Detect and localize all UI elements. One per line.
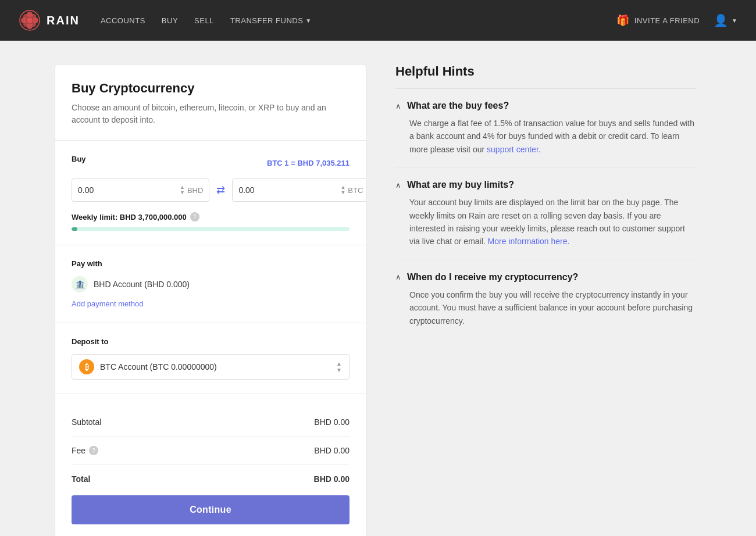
nav-links: ACCOUNTS BUY SELL TRANSFER FUNDS ▼ <box>101 16 312 25</box>
weekly-limit-row: Weekly limit: BHD 3,700,000.000 ? <box>72 212 350 221</box>
hint-item-3: ∧ When do I receive my cryptocurrency? O… <box>395 272 696 327</box>
amount-row: ▲ ▼ BHD ⇄ ▲ ▼ BTC <box>72 178 350 202</box>
pay-with-label: Pay with <box>72 259 350 268</box>
fee-row: Fee ? BHD 0.00 <box>72 437 350 465</box>
fee-value: BHD 0.00 <box>314 446 350 455</box>
exchange-rate: BTC 1 = BHD 7,035.211 <box>267 159 350 167</box>
weekly-limit-help-icon[interactable]: ? <box>190 212 199 221</box>
deposit-to-section: Deposit to ₿ BTC Account (BTC 0.00000000… <box>55 323 366 394</box>
subtotal-row: Subtotal BHD 0.00 <box>72 408 350 437</box>
payment-icon: 🏦 <box>72 276 88 292</box>
user-menu-button[interactable]: 👤 ▼ <box>714 13 737 27</box>
page-title: Buy Cryptocurrency <box>72 81 350 96</box>
user-icon: 👤 <box>714 13 728 27</box>
subtotal-label: Subtotal <box>72 417 101 427</box>
nav-transfer-funds[interactable]: TRANSFER FUNDS ▼ <box>230 16 312 25</box>
total-label: Total <box>72 474 90 484</box>
bank-icon: 🏦 <box>75 280 85 289</box>
deposit-to-label: Deposit to <box>72 337 350 346</box>
left-panel: Buy Cryptocurrency Choose an amount of b… <box>55 64 366 536</box>
fiat-currency-label: BHD <box>187 186 203 195</box>
rain-logo-icon <box>19 9 41 31</box>
weekly-limit-section: Weekly limit: BHD 3,700,000.000 ? <box>72 212 350 231</box>
buy-section: Buy BTC 1 = BHD 7,035.211 ▲ ▼ BHD ⇄ ▲ <box>55 141 366 245</box>
logo[interactable]: RAIN <box>19 9 80 31</box>
invite-label: INVITE A FRIEND <box>634 16 700 25</box>
logo-text: RAIN <box>47 14 80 27</box>
total-row: Total BHD 0.00 <box>72 465 350 493</box>
user-chevron-icon: ▼ <box>732 17 737 24</box>
nav-buy[interactable]: BUY <box>162 16 178 25</box>
hints-divider <box>395 88 696 89</box>
hint-question-row-1[interactable]: ∧ What are the buy fees? <box>395 101 696 111</box>
hint-divider-1 <box>395 167 696 168</box>
navbar: RAIN ACCOUNTS BUY SELL TRANSFER FUNDS ▼ … <box>0 0 756 41</box>
deposit-account-name: BTC Account (BTC 0.00000000) <box>100 362 217 371</box>
panel-header: Buy Cryptocurrency Choose an amount of b… <box>55 65 366 141</box>
hint-question-1: What are the buy fees? <box>407 101 509 111</box>
hint-chevron-2: ∧ <box>395 181 401 190</box>
total-value: BHD 0.00 <box>314 474 350 484</box>
weekly-limit-text: Weekly limit: BHD 3,700,000.000 <box>72 213 187 221</box>
progress-bar-fill <box>72 227 77 231</box>
fee-label: Fee ? <box>72 446 98 455</box>
payment-account-name: BHD Account (BHD 0.000) <box>94 280 190 289</box>
hint-answer-1: We charge a flat fee of 1.5% of transact… <box>409 117 696 156</box>
hint-answer-2: Your account buy limits are displayed on… <box>409 196 696 248</box>
hint-answer-3: Once you confirm the buy you will receiv… <box>409 288 696 327</box>
hint-item-1: ∧ What are the buy fees? We charge a fla… <box>395 101 696 156</box>
buy-header: Buy BTC 1 = BHD 7,035.211 <box>72 155 350 171</box>
hints-title: Helpful Hints <box>395 64 696 79</box>
hint-question-2: What are my buy limits? <box>407 180 514 190</box>
add-payment-method-link[interactable]: Add payment method <box>72 299 144 308</box>
hint-chevron-3: ∧ <box>395 273 401 281</box>
hint-item-2: ∧ What are my buy limits? Your account b… <box>395 180 696 248</box>
svg-point-9 <box>27 17 33 23</box>
progress-bar-background <box>72 227 350 231</box>
crypto-input-wrap[interactable]: ▲ ▼ BTC <box>232 178 366 202</box>
payment-method: 🏦 BHD Account (BHD 0.000) <box>72 276 350 292</box>
fee-help-icon[interactable]: ? <box>89 446 98 455</box>
chevron-down-icon: ▼ <box>305 17 311 24</box>
deposit-select-left: ₿ BTC Account (BTC 0.00000000) <box>79 359 217 374</box>
fiat-amount-input[interactable] <box>78 185 180 195</box>
subtotal-value: BHD 0.00 <box>314 417 350 427</box>
swap-icon[interactable]: ⇄ <box>216 184 225 196</box>
pay-with-section: Pay with 🏦 BHD Account (BHD 0.000) Add p… <box>55 245 366 323</box>
crypto-decrement[interactable]: ▼ <box>340 190 345 195</box>
deposit-select-arrows: ▲▼ <box>336 360 342 373</box>
nav-accounts[interactable]: ACCOUNTS <box>101 16 145 25</box>
buy-label: Buy <box>72 155 86 163</box>
fiat-spinner[interactable]: ▲ ▼ <box>180 185 185 195</box>
crypto-amount-input[interactable] <box>238 185 340 195</box>
crypto-currency-label: BTC <box>348 186 363 195</box>
main-container: Buy Cryptocurrency Choose an amount of b… <box>41 41 715 536</box>
hint-divider-2 <box>395 260 696 260</box>
navbar-left: RAIN ACCOUNTS BUY SELL TRANSFER FUNDS ▼ <box>19 9 312 31</box>
right-panel: Helpful Hints ∧ What are the buy fees? W… <box>390 64 701 536</box>
gift-icon: 🎁 <box>616 14 630 27</box>
deposit-account-select[interactable]: ₿ BTC Account (BTC 0.00000000) ▲▼ <box>72 354 350 380</box>
hint-question-row-2[interactable]: ∧ What are my buy limits? <box>395 180 696 190</box>
totals-section: Subtotal BHD 0.00 Fee ? BHD 0.00 Total B… <box>55 394 366 536</box>
hint-link-2[interactable]: More information here. <box>488 237 570 246</box>
hint-chevron-1: ∧ <box>395 102 401 110</box>
navbar-right: 🎁 INVITE A FRIEND 👤 ▼ <box>616 13 737 27</box>
hint-question-3: When do I receive my cryptocurrency? <box>407 272 578 283</box>
hint-question-row-3[interactable]: ∧ When do I receive my cryptocurrency? <box>395 272 696 283</box>
hint-link-1[interactable]: support center. <box>487 145 541 154</box>
btc-icon: ₿ <box>79 359 94 374</box>
page-subtitle: Choose an amount of bitcoin, ethereum, l… <box>72 102 350 126</box>
fiat-input-wrap[interactable]: ▲ ▼ BHD <box>72 178 209 202</box>
invite-friend-button[interactable]: 🎁 INVITE A FRIEND <box>616 14 700 27</box>
fiat-decrement[interactable]: ▼ <box>180 190 185 195</box>
continue-button[interactable]: Continue <box>72 495 350 524</box>
nav-sell[interactable]: SELL <box>194 16 214 25</box>
crypto-spinner[interactable]: ▲ ▼ <box>340 185 345 195</box>
